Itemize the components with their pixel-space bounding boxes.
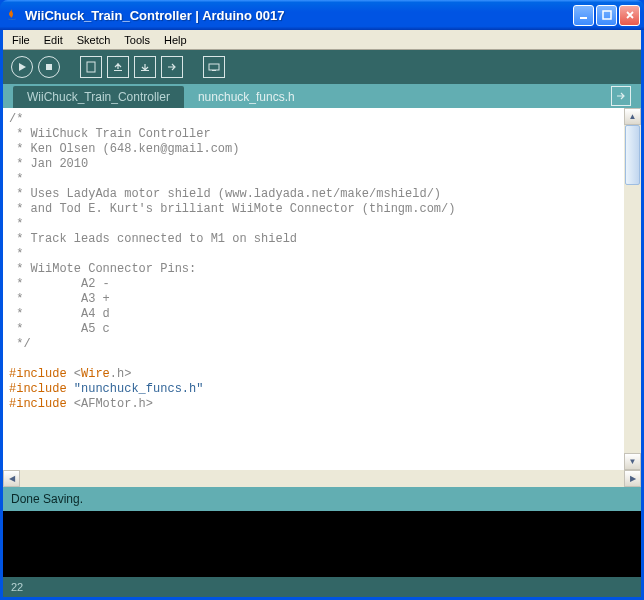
code-string: "nunchuck_funcs.h" xyxy=(74,382,204,396)
window-title: WiiChuck_Train_Controller | Arduino 0017 xyxy=(25,8,573,23)
minimize-button[interactable] xyxy=(573,5,594,26)
svg-rect-6 xyxy=(209,64,219,70)
status-bar: Done Saving. xyxy=(3,487,641,511)
tabbar: WiiChuck_Train_Controller nunchuck_funcs… xyxy=(3,84,641,108)
code-keyword: #include xyxy=(9,397,74,411)
toolbar xyxy=(3,50,641,84)
console-output[interactable] xyxy=(3,511,641,577)
code-line: * A5 c xyxy=(9,322,110,336)
code-line: * Uses LadyAda motor shield (www.ladyada… xyxy=(9,187,441,201)
menubar: File Edit Sketch Tools Help xyxy=(3,30,641,50)
code-line: * and Tod E. Kurt's brilliant WiiMote Co… xyxy=(9,202,455,216)
upload-button[interactable] xyxy=(161,56,183,78)
code-keyword: #include xyxy=(9,367,74,381)
scroll-up-button[interactable]: ▲ xyxy=(624,108,641,125)
tab-main-sketch[interactable]: WiiChuck_Train_Controller xyxy=(13,86,184,108)
code-line: * A3 + xyxy=(9,292,110,306)
svg-rect-1 xyxy=(603,11,611,19)
code-line: /* xyxy=(9,112,23,126)
maximize-button[interactable] xyxy=(596,5,617,26)
svg-rect-5 xyxy=(141,70,149,71)
code-line: * xyxy=(9,217,23,231)
menu-help[interactable]: Help xyxy=(157,32,194,48)
code-line: * Jan 2010 xyxy=(9,157,88,171)
tab-nunchuck-funcs[interactable]: nunchuck_funcs.h xyxy=(184,86,309,108)
new-button[interactable] xyxy=(80,56,102,78)
java-icon xyxy=(4,7,20,23)
scroll-down-button[interactable]: ▼ xyxy=(624,453,641,470)
save-button[interactable] xyxy=(134,56,156,78)
menu-edit[interactable]: Edit xyxy=(37,32,70,48)
code-line: * Track leads connected to M1 on shield xyxy=(9,232,297,246)
menu-tools[interactable]: Tools xyxy=(117,32,157,48)
svg-rect-7 xyxy=(212,70,216,71)
menu-file[interactable]: File xyxy=(5,32,37,48)
titlebar[interactable]: WiiChuck_Train_Controller | Arduino 0017 xyxy=(0,0,644,30)
editor-area: /* * WiiChuck Train Controller * Ken Ols… xyxy=(3,108,641,487)
code-line: */ xyxy=(9,337,31,351)
svg-rect-3 xyxy=(87,62,95,72)
code-line: * Ken Olsen (648.ken@gmail.com) xyxy=(9,142,239,156)
line-number: 22 xyxy=(11,581,23,593)
horizontal-scrollbar[interactable]: ◀ ▶ xyxy=(3,470,641,487)
open-button[interactable] xyxy=(107,56,129,78)
code-line: * WiiMote Connector Pins: xyxy=(9,262,196,276)
tab-menu-button[interactable] xyxy=(611,86,631,106)
close-button[interactable] xyxy=(619,5,640,26)
scroll-thumb[interactable] xyxy=(625,125,640,185)
code-keyword: #include xyxy=(9,382,74,396)
vertical-scrollbar[interactable]: ▲ ▼ xyxy=(624,108,641,470)
menu-sketch[interactable]: Sketch xyxy=(70,32,118,48)
code-line: * A2 - xyxy=(9,277,110,291)
code-line: * A4 d xyxy=(9,307,110,321)
line-number-bar: 22 xyxy=(3,577,641,597)
status-text: Done Saving. xyxy=(11,492,83,506)
code-line: * xyxy=(9,247,23,261)
code-lib: Wire xyxy=(81,367,110,381)
svg-rect-4 xyxy=(114,70,122,71)
code-editor[interactable]: /* * WiiChuck Train Controller * Ken Ols… xyxy=(3,108,641,487)
code-line: * WiiChuck Train Controller xyxy=(9,127,211,141)
stop-button[interactable] xyxy=(38,56,60,78)
run-button[interactable] xyxy=(11,56,33,78)
svg-rect-2 xyxy=(46,64,52,70)
scroll-right-button[interactable]: ▶ xyxy=(624,470,641,487)
scroll-left-button[interactable]: ◀ xyxy=(3,470,20,487)
svg-rect-0 xyxy=(580,17,587,19)
code-line: * xyxy=(9,172,23,186)
serial-monitor-button[interactable] xyxy=(203,56,225,78)
